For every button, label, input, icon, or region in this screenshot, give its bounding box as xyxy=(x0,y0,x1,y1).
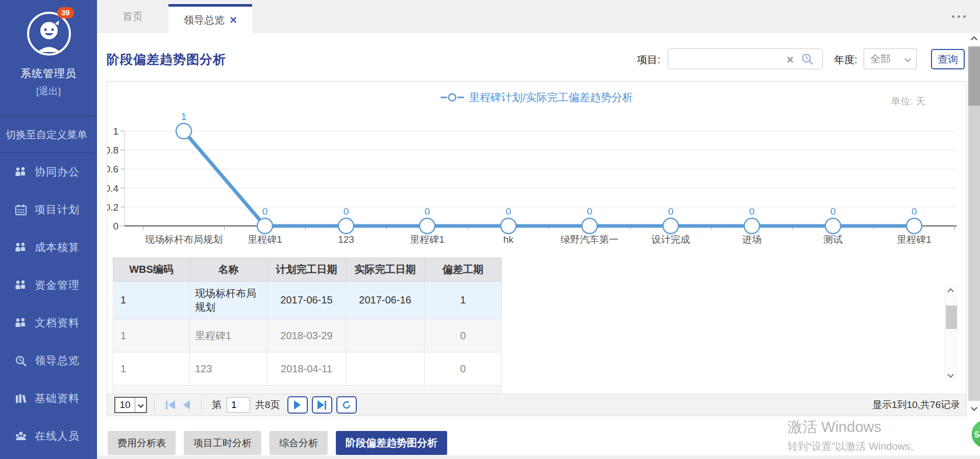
scroll-down-icon[interactable] xyxy=(947,371,954,378)
sidebar-item-label: 资金管理 xyxy=(35,278,80,292)
pagination-bar: 10 第 共8页 显示1到10,共76记录 xyxy=(107,394,966,416)
sidebar-item-label: 领导总览 xyxy=(35,353,80,368)
data-point-6[interactable] xyxy=(663,218,678,234)
svg-text:进场: 进场 xyxy=(742,234,762,245)
column-header: 实际完工日期 xyxy=(346,258,425,282)
group-icon xyxy=(14,429,28,443)
table-cell xyxy=(346,352,425,386)
scrollbar-top-gap xyxy=(968,0,980,33)
page-prefix-label: 第 xyxy=(212,398,222,412)
magnifier-icon[interactable] xyxy=(801,53,814,66)
people-icon xyxy=(14,278,28,292)
books-icon xyxy=(14,392,28,405)
total-pages-label: 共8页 xyxy=(255,398,280,412)
people-icon xyxy=(14,241,28,254)
page-number-input[interactable] xyxy=(227,397,250,413)
sidebar-item-7[interactable]: 在线人员 xyxy=(0,417,97,455)
people-icon xyxy=(14,165,28,178)
chart-legend[interactable]: 里程碑计划/实际完工偏差趋势分析 xyxy=(107,90,966,105)
page-size-select[interactable]: 10 xyxy=(114,397,147,413)
svg-text:0: 0 xyxy=(425,206,430,217)
svg-text:0: 0 xyxy=(830,206,836,217)
bottom-tab-2[interactable]: 综合分析 xyxy=(270,431,328,455)
bottom-tabs: 费用分析表项目工时分析综合分析阶段偏差趋势图分析 xyxy=(108,431,447,455)
close-tab-icon[interactable]: × xyxy=(230,15,237,25)
tab-leader-overview[interactable]: 领导总览 × xyxy=(168,4,252,33)
table-scrollbar-thumb[interactable] xyxy=(946,305,957,329)
table-row[interactable]: 1现场标杆布局规划2017-06-152017-06-161 xyxy=(113,282,502,319)
sidebar-item-2[interactable]: 成本核算 xyxy=(0,228,97,266)
sidebar: 39 系统管理员 [退出] 切换至自定义菜单 协同办公项目计划成本核算资金管理文… xyxy=(0,0,97,459)
username-label: 系统管理员 xyxy=(0,66,97,81)
svg-text:测试: 测试 xyxy=(823,234,843,245)
bottom-tab-0[interactable]: 费用分析表 xyxy=(108,431,176,455)
data-point-2[interactable] xyxy=(338,218,354,234)
sidebar-item-3[interactable]: 资金管理 xyxy=(0,266,97,304)
data-point-1[interactable] xyxy=(257,218,273,234)
svg-text:现场标杆布局规划: 现场标杆布局规划 xyxy=(144,234,223,245)
sidebar-item-0[interactable]: 协同办公 xyxy=(0,153,97,191)
table-cell xyxy=(346,319,425,352)
table-cell: 1 xyxy=(425,282,502,319)
table-row[interactable]: 1里程碑12018-03-290 xyxy=(113,319,502,352)
sidebar-item-5[interactable]: 领导总览 xyxy=(0,342,97,379)
first-page-icon[interactable] xyxy=(166,400,175,410)
bottom-tab-1[interactable]: 项目工时分析 xyxy=(184,431,261,455)
table-scrollbar[interactable] xyxy=(944,285,958,382)
main-scrollbar-thumb[interactable] xyxy=(968,47,980,106)
sidebar-item-label: 文档资料 xyxy=(35,316,80,330)
table-row[interactable]: 11232018-04-110 xyxy=(113,352,502,386)
last-page-icon[interactable] xyxy=(312,396,332,414)
logout-link[interactable]: [退出] xyxy=(0,85,97,98)
sidebar-item-1[interactable]: 项目计划 xyxy=(0,191,97,228)
column-header: 计划完工日期 xyxy=(267,258,346,282)
select-arrow[interactable] xyxy=(135,398,146,412)
data-point-8[interactable] xyxy=(825,218,841,234)
svg-text:0: 0 xyxy=(587,206,593,217)
next-page-icon[interactable] xyxy=(287,396,308,414)
svg-text:1: 1 xyxy=(113,126,118,137)
people-icon xyxy=(14,316,28,329)
data-point-9[interactable] xyxy=(906,218,922,234)
ellipsis-icon[interactable] xyxy=(952,15,966,18)
page-title: 阶段偏差趋势图分析 xyxy=(107,51,226,68)
bubble-count: 54 xyxy=(974,430,980,440)
data-point-7[interactable] xyxy=(744,218,760,234)
sidebar-item-label: 项目计划 xyxy=(35,202,80,217)
query-button[interactable]: 查询 xyxy=(931,49,965,69)
svg-text:1: 1 xyxy=(181,111,187,122)
tab-home[interactable]: 首页 xyxy=(97,0,168,33)
clear-input-icon[interactable]: × xyxy=(787,53,794,67)
switch-custom-menu[interactable]: 切换至自定义菜单 xyxy=(0,116,97,153)
data-point-5[interactable] xyxy=(582,218,597,234)
legend-label: 里程碑计划/实际完工偏差趋势分析 xyxy=(469,90,633,105)
sidebar-item-label: 协同办公 xyxy=(35,165,80,179)
scrollbar-down-button[interactable] xyxy=(968,401,980,414)
sidebar-item-4[interactable]: 文档资料 xyxy=(0,304,97,342)
main-scrollbar[interactable] xyxy=(968,33,980,414)
sidebar-item-label: 在线人员 xyxy=(35,429,80,443)
year-filter-label: 年度: xyxy=(834,53,857,67)
bottom-tab-3[interactable]: 阶段偏差趋势图分析 xyxy=(336,431,447,455)
column-header: WBS编码 xyxy=(113,258,190,282)
scrollbar-up-button[interactable] xyxy=(968,33,980,46)
sidebar-item-6[interactable]: 基础资料 xyxy=(0,379,97,417)
scroll-up-icon[interactable] xyxy=(947,288,954,295)
data-point-0[interactable] xyxy=(176,123,191,139)
top-tabbar: 首页 领导总览 × xyxy=(97,0,980,33)
svg-text:0: 0 xyxy=(749,206,755,217)
svg-text:0: 0 xyxy=(912,206,917,217)
data-point-4[interactable] xyxy=(501,218,516,234)
table-cell: 0 xyxy=(425,352,502,386)
data-point-3[interactable] xyxy=(420,218,435,234)
year-select[interactable]: 全部 xyxy=(864,48,917,69)
svg-text:0.8: 0.8 xyxy=(107,145,118,156)
milestone-deviation-line-chart[interactable]: 10.80.60.40.201现场标杆布局规划0里程碑101230里程碑10hk… xyxy=(107,111,966,259)
project-search-input[interactable] xyxy=(672,50,785,68)
notification-bubble[interactable]: 54 xyxy=(971,419,980,449)
svg-text:0: 0 xyxy=(113,221,118,232)
table-cell: 1 xyxy=(113,352,190,386)
svg-text:0.2: 0.2 xyxy=(107,202,118,213)
prev-page-icon[interactable] xyxy=(183,400,190,410)
refresh-icon[interactable] xyxy=(336,396,357,414)
